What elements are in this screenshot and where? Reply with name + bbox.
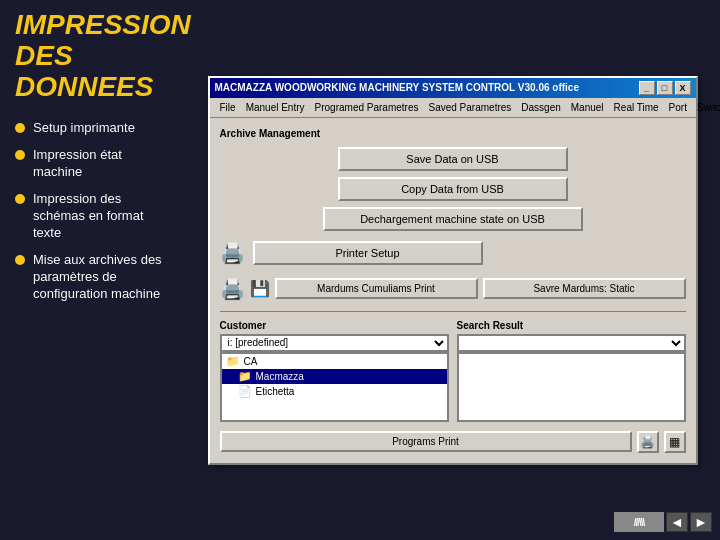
minimize-button[interactable]: _ [639,81,655,95]
bullet-dot [15,150,25,160]
menu-saved-param[interactable]: Saved Parametres [423,100,516,115]
tree-item-etichetta[interactable]: 📄 Etichetta [222,384,447,399]
copy-usb-button[interactable]: Copy Data from USB [338,177,568,201]
customer-column: Customer i: [predefined] 📁 CA 📁 Macmazza [220,320,449,422]
programs-row: Programs Print 🖨️ ▦ [220,431,686,453]
search-label: Search Result [457,320,686,331]
prev-nav-button[interactable]: ◄ [666,512,688,532]
menu-port[interactable]: Port [664,100,692,115]
printer-icon-2: 🖨️ [220,277,245,301]
search-column: Search Result [457,320,686,422]
save-medium-button[interactable]: Savre Mardums: Static [483,278,686,299]
list-item: Mise aux archives des paramètres de conf… [15,252,170,303]
next-nav-button[interactable]: ► [690,512,712,532]
menubar: File Manuel Entry Programed Parametres S… [210,98,696,118]
folder-icon: 📁 [238,370,252,383]
tree-item-macmazza[interactable]: 📁 Macmazza [222,369,447,384]
page-title: IMPRESSION DES DONNEES [15,10,170,102]
menu-manual-entry[interactable]: Manuel Entry [241,100,310,115]
folder-icon: 📄 [238,385,252,398]
medium-section: 🖨️ 💾 Mardums Cumuliams Print Savre Mardu… [220,275,686,303]
drive-select[interactable]: i: [predefined] [220,334,449,352]
bullet-dot [15,123,25,133]
disk-icon: 💾 [250,279,270,298]
bullet-dot [15,255,25,265]
customer-label: Customer [220,320,449,331]
logo: ///\\\ [614,512,664,532]
search-result-select[interactable] [457,334,686,352]
search-result-area [457,352,686,422]
menu-manual[interactable]: Manuel [566,100,609,115]
bottom-nav: ///\\\ ◄ ► [614,512,712,532]
save-usb-button[interactable]: Save Data on USB [338,147,568,171]
window-controls: _ □ X [639,81,691,95]
print-icon-button[interactable]: 🖨️ [637,431,659,453]
titlebar: MACMAZZA WOODWORKING MACHINERY SYSTEM CO… [210,78,696,98]
window-title: MACMAZZA WOODWORKING MACHINERY SYSTEM CO… [215,82,579,93]
printer-icon: 🖨️ [220,241,245,265]
bottom-section: Customer i: [predefined] 📁 CA 📁 Macmazza [220,320,686,422]
bullet-dot [15,194,25,204]
close-button[interactable]: X [675,81,691,95]
menu-real-time[interactable]: Real Time [609,100,664,115]
list-item: Impression état machine [15,147,170,181]
printer-section: 🖨️ Printer Setup [220,237,686,269]
folder-icon: 📁 [226,355,240,368]
programs-print-button[interactable]: Programs Print [220,431,632,452]
list-item: Impression des schémas en format texte [15,191,170,242]
menu-switch[interactable]: Switch [692,100,720,115]
menu-program-param[interactable]: Programed Parametres [310,100,424,115]
file-tree: 📁 CA 📁 Macmazza 📄 Etichetta [220,352,449,422]
menu-file[interactable]: File [215,100,241,115]
medium-print-button[interactable]: Mardums Cumuliams Print [275,278,478,299]
printer-setup-button[interactable]: Printer Setup [253,241,483,265]
maximize-button[interactable]: □ [657,81,673,95]
menu-dassgen[interactable]: Dassgen [516,100,565,115]
tree-item-ca[interactable]: 📁 CA [222,354,447,369]
list-item: Setup imprimante [15,120,170,137]
dechargement-button[interactable]: Dechargement machine state on USB [323,207,583,231]
main-window: MACMAZZA WOODWORKING MACHINERY SYSTEM CO… [208,76,698,465]
divider [220,311,686,312]
grid-icon-button[interactable]: ▦ [664,431,686,453]
bullet-list: Setup imprimante Impression état machine… [15,120,170,302]
section-label: Archive Management [220,128,686,139]
